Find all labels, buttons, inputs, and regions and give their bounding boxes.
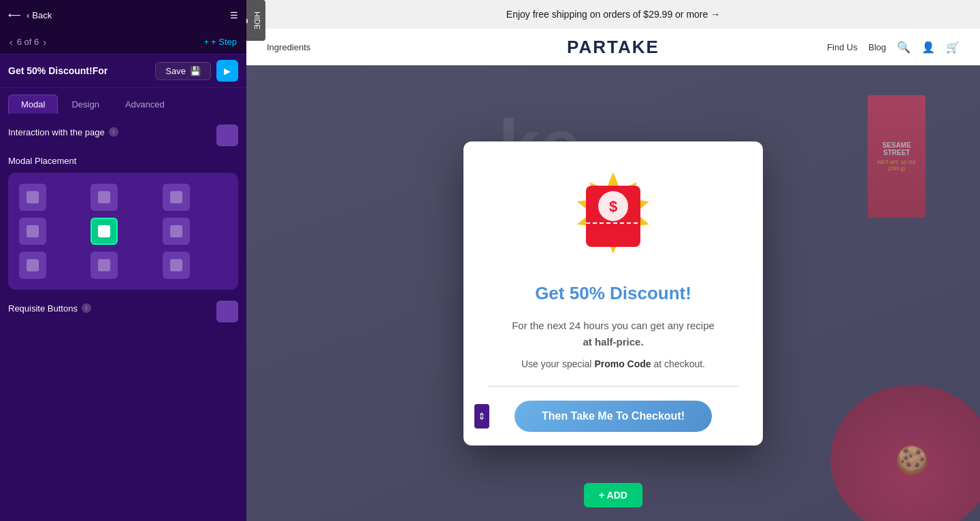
back-button[interactable]: ‹ Back (27, 10, 52, 20)
nav-find-us[interactable]: Find Us (827, 42, 858, 52)
back-label: Back (32, 10, 52, 20)
menu-icon[interactable]: ☰ (230, 10, 238, 20)
account-icon[interactable]: 👤 (921, 41, 935, 54)
modal-title: Get 50% Discount!For (8, 65, 108, 76)
modal-icon-area: $ (488, 169, 738, 264)
hide-panel[interactable]: HIDE ◄ (246, 0, 265, 41)
interaction-toggle[interactable] (216, 124, 238, 146)
placement-grid-container (8, 173, 238, 290)
save-disk-icon: 💾 (190, 66, 201, 76)
add-button[interactable]: + ADD (584, 483, 642, 507)
shipping-bar-text: Enjoy free shipping on orders of $29.99 … (506, 9, 720, 20)
placement-grid (19, 184, 227, 279)
play-button[interactable]: ▶ (216, 60, 238, 82)
save-label: Save (165, 66, 186, 76)
interaction-label: Interaction with the page i (8, 127, 118, 137)
tab-advanced[interactable]: Advanced (113, 95, 177, 114)
add-step-button[interactable]: + + Step (203, 37, 237, 47)
grid-cell-middle-left[interactable] (19, 218, 46, 245)
shipping-bar: Enjoy free shipping on orders of $29.99 … (246, 0, 980, 29)
modal-footer: ⇕ Then Take Me To Checkout! (488, 386, 738, 446)
site-nav: Ingredients PARTAKE Find Us Blog 🔍 👤 🛒 (246, 29, 980, 65)
nav-blog[interactable]: Blog (868, 42, 886, 52)
discount-ticket-icon: $ (569, 169, 657, 264)
play-icon: ▶ (224, 66, 231, 76)
header-actions: Save 💾 ▶ (155, 60, 238, 82)
add-step-label: + Step (211, 37, 237, 47)
nav-ingredients[interactable]: Ingredients (267, 42, 310, 52)
tab-content: Interaction with the page i Modal Placem… (0, 114, 246, 521)
tab-design[interactable]: Design (59, 95, 111, 114)
sidebar: ⟵ ‹ Back ☰ ‹ 6 of 6 › + + Step Get 50% D… (0, 0, 246, 521)
nav-left: Ingredients (267, 42, 310, 52)
requisite-label: Requisite Buttons i (8, 303, 91, 314)
grid-cell-top-right[interactable] (163, 184, 190, 211)
hide-label: HIDE (253, 12, 261, 29)
collapse-icon[interactable]: ⟵ (8, 10, 21, 20)
nav-right: Find Us Blog 🔍 👤 🛒 (827, 41, 960, 54)
search-icon[interactable]: 🔍 (897, 41, 911, 54)
requisite-section: Requisite Buttons i (8, 301, 238, 322)
modal-promo-text: Use your special Promo Code at checkout. (488, 358, 738, 386)
step-counter-text: 6 of 6 (17, 37, 39, 47)
resize-handle[interactable]: ⇕ (474, 404, 489, 428)
promo-code-text: Promo Code (594, 358, 651, 369)
interaction-info-icon[interactable]: i (109, 127, 118, 137)
modal-body-text: For the next 24 hours you can get any re… (488, 318, 738, 350)
requisite-toggle[interactable] (216, 301, 238, 322)
prev-step-button[interactable]: ‹ (10, 37, 13, 48)
modal-heading: Get 50% Discount! (488, 283, 738, 304)
header-row: Get 50% Discount!For Save 💾 ▶ (0, 54, 246, 88)
grid-cell-bottom-right[interactable] (163, 252, 190, 279)
step-nav: ‹ 6 of 6 › (10, 37, 46, 48)
grid-cell-bottom-left[interactable] (19, 252, 46, 279)
next-step-button[interactable]: › (43, 37, 46, 48)
grid-cell-middle-right[interactable] (163, 218, 190, 245)
top-right: ☰ (230, 10, 238, 20)
tab-modal[interactable]: Modal (8, 95, 58, 114)
svg-text:$: $ (609, 198, 617, 215)
tabs: Modal Design Advanced (0, 88, 246, 114)
placement-label: Modal Placement (8, 156, 238, 166)
modal-cta-button[interactable]: Then Take Me To Checkout! (514, 401, 712, 432)
grid-cell-center[interactable] (91, 218, 118, 245)
requisite-info-icon[interactable]: i (82, 303, 91, 313)
sidebar-top-bar: ⟵ ‹ Back ☰ (0, 0, 246, 30)
modal-overlay: $ Get 50% Discount! For the next 24 hour… (246, 65, 980, 521)
plus-icon: + (203, 37, 209, 47)
grid-cell-bottom-center[interactable] (91, 252, 118, 279)
site-logo: PARTAKE (567, 37, 659, 58)
grid-cell-top-left[interactable] (19, 184, 46, 211)
modal-box: $ Get 50% Discount! For the next 24 hour… (463, 141, 763, 446)
save-button[interactable]: Save 💾 (155, 62, 211, 80)
cart-icon[interactable]: 🛒 (946, 41, 960, 54)
back-chevron-icon: ‹ (27, 10, 29, 20)
top-left: ⟵ ‹ Back (8, 10, 52, 20)
step-counter-bar: ‹ 6 of 6 › + + Step (0, 30, 246, 54)
grid-cell-top-center[interactable] (91, 184, 118, 211)
main-content: Enjoy free shipping on orders of $29.99 … (246, 0, 980, 521)
interaction-section: Interaction with the page i (8, 124, 238, 146)
